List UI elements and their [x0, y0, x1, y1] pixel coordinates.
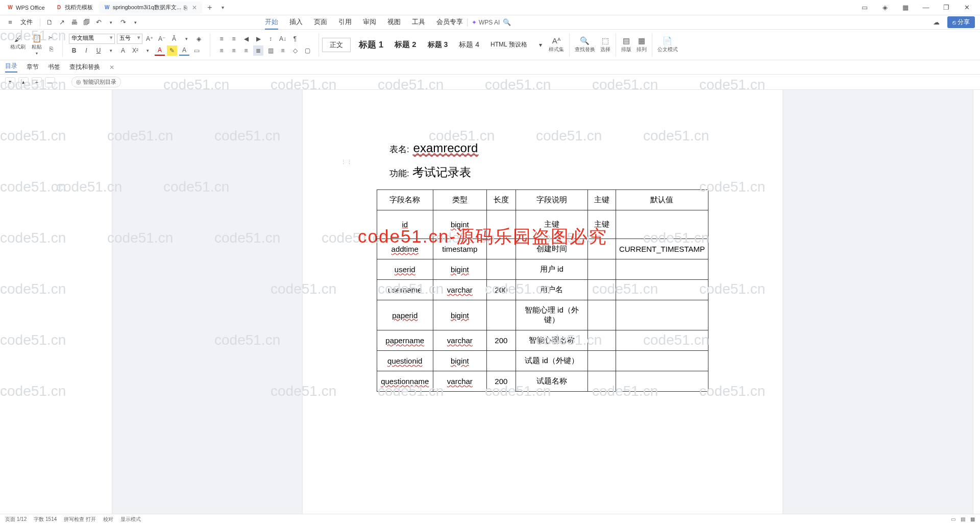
menu-tab-member[interactable]: 会员专享	[436, 15, 463, 30]
file-menu[interactable]: 文件	[17, 18, 36, 27]
grow-font-icon[interactable]: A⁺	[144, 34, 155, 44]
preview-icon[interactable]: 🗐	[81, 17, 91, 28]
cloud-icon[interactable]: ☁	[931, 17, 941, 28]
strike-button[interactable]: A	[118, 45, 128, 56]
menu-tab-insert[interactable]: 插入	[289, 15, 303, 30]
view-icon[interactable]: ▤	[961, 516, 965, 522]
styles-dropdown-icon[interactable]: ▾	[535, 40, 546, 50]
menu-tab-reference[interactable]: 引用	[338, 15, 352, 30]
align-center-icon[interactable]: ≡	[229, 45, 239, 56]
undo-icon[interactable]: ↶	[93, 17, 104, 28]
style-body[interactable]: 正文	[322, 38, 351, 52]
underline-dropdown-icon[interactable]: ▾	[106, 45, 116, 56]
export-icon[interactable]: ↗	[57, 17, 67, 28]
search-icon[interactable]: 🔍	[502, 17, 512, 28]
menu-tab-page[interactable]: 页面	[314, 15, 327, 30]
nav-chapter[interactable]: 章节	[27, 63, 39, 72]
size-select[interactable]: 五号	[117, 34, 142, 44]
winbtn-1[interactable]: ▭	[859, 2, 871, 14]
shading-button[interactable]: A	[179, 45, 189, 56]
page-indicator[interactable]: 页面 1/12	[5, 516, 27, 523]
winbtn-2[interactable]: ◈	[879, 2, 891, 14]
border-button[interactable]: ▭	[191, 45, 202, 56]
tab-wps-office[interactable]: W WPS Office	[2, 2, 50, 14]
drag-handle-icon[interactable]: ⋮⋮	[340, 159, 353, 165]
menu-tab-review[interactable]: 审阅	[363, 15, 376, 30]
align-right-icon[interactable]: ≡	[241, 45, 251, 56]
layout-button[interactable]: ▤排版	[619, 35, 633, 54]
menu-tab-start[interactable]: 开始	[265, 15, 278, 30]
arrange-button[interactable]: ▦排列	[634, 35, 649, 54]
hamburger-icon[interactable]: ≡	[5, 17, 15, 28]
columns-icon[interactable]: ▥	[265, 45, 276, 56]
view-icon[interactable]: ▦	[970, 516, 975, 522]
bold-button[interactable]: B	[69, 45, 79, 56]
fill-icon[interactable]: ◇	[290, 45, 300, 56]
script-dropdown-icon[interactable]: ▾	[142, 45, 153, 56]
dropdown-icon[interactable]: ▾	[181, 34, 191, 44]
number-list-icon[interactable]: ≡	[229, 34, 239, 44]
cut-icon[interactable]: ✂	[46, 33, 56, 43]
winbtn-3[interactable]: ▦	[899, 2, 912, 14]
wps-ai-button[interactable]: ✦WPS AI	[472, 19, 500, 26]
underline-button[interactable]: U	[93, 45, 104, 56]
paste-button[interactable]: 📋粘贴▾	[30, 33, 44, 57]
style-h1[interactable]: 标题 1	[356, 37, 386, 53]
tab-close-icon[interactable]: ✕	[192, 4, 197, 11]
close-button[interactable]: ✕	[961, 2, 973, 14]
format-brush-button[interactable]: 🖌格式刷	[8, 33, 28, 57]
justify-icon[interactable]: ≣	[253, 45, 263, 56]
font-color-button[interactable]: A	[155, 45, 165, 56]
display-mode[interactable]: 显示模式	[120, 516, 141, 523]
collapse-button[interactable]: ▾	[5, 77, 15, 87]
style-h3[interactable]: 标题 3	[425, 38, 451, 52]
nav-toc[interactable]: 目录	[5, 62, 17, 73]
case-icon[interactable]: Ā	[169, 34, 179, 44]
minimize-button[interactable]: —	[920, 2, 932, 14]
indent-right-icon[interactable]: ▶	[253, 34, 263, 44]
sort-icon[interactable]: A↓	[278, 34, 288, 44]
superscript-button[interactable]: X²	[130, 45, 140, 56]
menu-tab-view[interactable]: 视图	[387, 15, 401, 30]
style-set-button[interactable]: Aᴬ样式集	[547, 35, 566, 54]
undo-dropdown-icon[interactable]: ▾	[106, 17, 116, 28]
bullet-list-icon[interactable]: ≡	[216, 34, 227, 44]
nav-close-icon[interactable]: ✕	[109, 64, 114, 71]
redo-icon[interactable]: ↷	[118, 17, 128, 28]
view-icon[interactable]: ▭	[951, 516, 955, 522]
smart-toc-button[interactable]: ◎智能识别目录	[71, 77, 121, 87]
menu-tab-tools[interactable]: 工具	[412, 15, 425, 30]
clear-format-icon[interactable]: ◈	[193, 34, 204, 44]
spell-check[interactable]: 拼写检查 打开	[64, 516, 96, 523]
nav-find[interactable]: 查找和替换	[69, 63, 100, 72]
line-icon[interactable]: ≡	[278, 45, 288, 56]
expand-button[interactable]: ▴	[18, 77, 29, 87]
table-border-icon[interactable]: ▢	[302, 45, 312, 56]
style-h2[interactable]: 标题 2	[391, 38, 420, 52]
italic-button[interactable]: I	[81, 45, 91, 56]
align-left-icon[interactable]: ≡	[216, 45, 227, 56]
tab-add-button[interactable]: +	[203, 3, 216, 12]
style-h4[interactable]: 标题 4	[456, 38, 482, 52]
redo-dropdown-icon[interactable]: ▾	[130, 17, 140, 28]
find-replace-button[interactable]: 🔍查找替换	[573, 35, 597, 54]
highlight-button[interactable]: ✎	[167, 45, 177, 56]
print-icon[interactable]: 🖶	[69, 17, 79, 28]
tab-document[interactable]: W springbootm3i1q数据库文... ⎘ ✕	[99, 2, 203, 14]
nav-bookmark[interactable]: 书签	[48, 63, 60, 72]
shrink-font-icon[interactable]: A⁻	[157, 34, 167, 44]
word-count[interactable]: 字数 1514	[34, 516, 57, 523]
font-select[interactable]: 华文细黑	[69, 34, 115, 44]
share-button[interactable]: ⎋分享	[947, 16, 975, 28]
maximize-button[interactable]: ❐	[940, 2, 952, 14]
paragraph-icon[interactable]: ¶	[290, 34, 300, 44]
canvas[interactable]: ⋮⋮ 表名: examrecord 功能: 考试记录表 code51.cn-源码…	[112, 90, 973, 514]
remove-button[interactable]: —	[45, 77, 55, 87]
tab-more-button[interactable]: ▾	[217, 5, 228, 10]
official-button[interactable]: 📄公文模式	[655, 35, 680, 54]
select-button[interactable]: ⬚选择	[598, 35, 612, 54]
proofing[interactable]: 校对	[103, 516, 113, 523]
new-icon[interactable]: 🗋	[44, 17, 55, 28]
indent-left-icon[interactable]: ◀	[241, 34, 251, 44]
add-button[interactable]: +	[32, 77, 42, 87]
